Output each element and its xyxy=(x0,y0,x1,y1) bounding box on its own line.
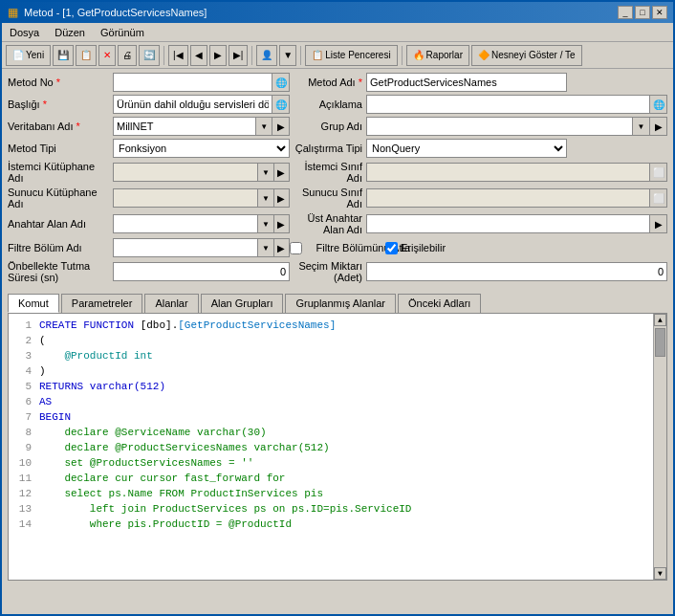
veritabani-dropdown-btn[interactable]: ▼ xyxy=(256,117,273,136)
filtre-bolum-arrow[interactable]: ▶ xyxy=(274,238,290,257)
tab-gruplanmis[interactable]: Gruplanmış Alanlar xyxy=(285,294,396,313)
code-editor[interactable]: 1CREATE FUNCTION [dbo].[GetProductServic… xyxy=(8,313,667,581)
code-line: 12 select ps.Name FROM ProductInServices… xyxy=(12,486,663,501)
tab-parametreler[interactable]: Parametreler xyxy=(61,294,143,313)
nesneyi-button[interactable]: 🔶 Nesneyi Göster / Te xyxy=(471,45,582,66)
sunucu-kutuphane-dropdown[interactable]: ▼ xyxy=(258,188,273,208)
filtre-bolum-dropdown[interactable]: ▼ xyxy=(258,238,273,257)
anahtar-alan-arrow[interactable]: ▶ xyxy=(274,214,290,233)
istemci-sinif-btn[interactable]: ⬜ xyxy=(650,163,667,182)
tab-onceki[interactable]: Önceki Adları xyxy=(398,294,481,313)
tab-alan-gruplari[interactable]: Alan Grupları xyxy=(201,294,284,313)
code-token: ( xyxy=(39,333,46,348)
next-button[interactable]: ▶ xyxy=(209,45,227,66)
copy-button[interactable]: 📋 xyxy=(76,45,97,66)
title-bar: ▦ Metod - [1, GetProductServicesNames] _… xyxy=(2,2,673,23)
menu-duzen[interactable]: Düzen xyxy=(51,26,89,39)
veritabani-arrow-btn[interactable]: ▶ xyxy=(272,117,290,136)
toolbar: 📄 Yeni 💾 📋 ✕ 🖨 🔄 |◀ ◀ ▶ ▶| xyxy=(2,42,673,69)
filtre-bolum-label: Filtre Bölüm Adı xyxy=(8,242,82,253)
new-button[interactable]: 📄 Yeni xyxy=(6,45,51,66)
form-area: Metod No * 🌐 Metod Adı * Başlığı * 🌐 Açı… xyxy=(2,69,673,290)
copy-icon: 📋 xyxy=(80,50,92,60)
onbellekte-label: Önbellekte Tutma Süresi (sn) xyxy=(8,260,90,283)
line-number: 13 xyxy=(12,501,39,517)
liste-penceresi-button[interactable]: 📋 Liste Penceresi xyxy=(305,45,397,66)
line-number: 3 xyxy=(12,348,39,363)
calistirma-tipi-select[interactable]: NonQuery xyxy=(366,139,567,158)
print-button[interactable]: 🖨 xyxy=(118,45,137,66)
delete-button[interactable]: ✕ xyxy=(98,45,116,66)
line-number: 8 xyxy=(12,425,39,440)
metod-tipi-label: Metod Tipi xyxy=(8,143,56,154)
refresh-button[interactable]: 🔄 xyxy=(139,45,160,66)
filtre-bolum-input[interactable] xyxy=(113,238,258,257)
grup-adi-arrow-btn[interactable]: ▶ xyxy=(650,117,667,136)
ust-anahtar-input[interactable] xyxy=(366,214,650,233)
code-token: AS xyxy=(39,394,52,409)
anahtar-alan-input[interactable] xyxy=(113,214,258,233)
veritabani-input[interactable] xyxy=(113,117,256,136)
code-token: select ps.Name FROM ProductInServices pi… xyxy=(39,486,323,501)
tab-alanlar[interactable]: Alanlar xyxy=(144,294,198,313)
grup-adi-dropdown-btn[interactable]: ▼ xyxy=(633,117,650,136)
scroll-track[interactable] xyxy=(654,326,666,567)
scroll-down-btn[interactable]: ▼ xyxy=(654,567,666,580)
aciklama-globe-btn[interactable]: 🌐 xyxy=(650,95,667,114)
form-row-metod: Metod No * 🌐 Metod Adı * xyxy=(8,73,667,92)
istemci-kutuphane-dropdown[interactable]: ▼ xyxy=(258,163,273,182)
istemci-sinif-input[interactable] xyxy=(366,163,650,182)
save-button[interactable]: 💾 xyxy=(53,45,74,66)
prev-button[interactable]: ◀ xyxy=(190,45,207,66)
scrollbar-vertical[interactable]: ▲ ▼ xyxy=(653,314,666,580)
code-lines: 1CREATE FUNCTION [dbo].[GetProductServic… xyxy=(12,318,663,532)
raporlar-button[interactable]: 🔥 Raporlar xyxy=(406,45,469,66)
scroll-thumb[interactable] xyxy=(655,328,665,357)
erisilebilir-checkbox[interactable] xyxy=(385,242,398,254)
tab-komut[interactable]: Komut xyxy=(8,294,59,313)
next-icon: ▶ xyxy=(214,50,222,60)
scroll-up-btn[interactable]: ▲ xyxy=(654,314,666,326)
code-line: 10 set @ProductServicesNames = '' xyxy=(12,455,663,471)
code-line: 14 where pis.ProductID = @ProductId xyxy=(12,517,663,532)
istemci-kutuphane-input[interactable] xyxy=(113,163,258,182)
code-line: 1CREATE FUNCTION [dbo].[GetProductServic… xyxy=(12,318,663,333)
dropdown-arrow-button[interactable]: ▼ xyxy=(279,45,296,66)
baslik-input[interactable] xyxy=(113,95,272,114)
metod-adi-input[interactable] xyxy=(366,73,567,92)
onbellekte-input[interactable] xyxy=(113,262,290,281)
istemci-kutuphane-arrow[interactable]: ▶ xyxy=(274,163,290,182)
baslik-globe-btn[interactable]: 🌐 xyxy=(272,95,290,114)
aciklama-input[interactable] xyxy=(366,95,650,114)
sunucu-sinif-btn[interactable]: ⬜ xyxy=(650,188,667,208)
ust-anahtar-arrow[interactable]: ▶ xyxy=(650,214,667,233)
minimize-button[interactable]: _ xyxy=(618,6,633,19)
code-token: @ProductId int xyxy=(39,348,153,363)
code-token: declare @ServiceName varchar(30) xyxy=(39,425,267,440)
sunucu-kutuphane-input[interactable] xyxy=(113,188,258,208)
calistirma-tipi-label: Çalıştırma Tipi xyxy=(295,143,362,154)
secim-miktari-input[interactable] xyxy=(366,262,667,281)
maximize-button[interactable]: □ xyxy=(635,6,650,19)
user-button[interactable]: 👤 xyxy=(256,45,277,66)
menu-dosya[interactable]: Dosya xyxy=(6,26,43,39)
anahtar-alan-dropdown[interactable]: ▼ xyxy=(258,214,273,233)
sunucu-sinif-input[interactable] xyxy=(366,188,650,208)
code-line: 13 left join ProductServices ps on ps.ID… xyxy=(12,501,663,517)
metod-tipi-select[interactable]: Fonksiyon xyxy=(113,139,290,158)
first-button[interactable]: |◀ xyxy=(168,45,188,66)
menu-gorunum[interactable]: Görünüm xyxy=(97,26,148,39)
ust-anahtar-label: Üst Anahtar Alan Adı xyxy=(308,212,362,235)
code-token: [dbo]. xyxy=(141,318,179,333)
sunucu-kutuphane-arrow[interactable]: ▶ xyxy=(274,188,290,208)
aciklama-label: Açıklama xyxy=(319,99,362,110)
metod-no-input[interactable] xyxy=(113,73,272,92)
line-number: 9 xyxy=(12,440,39,455)
metod-no-extra-btn[interactable]: 🌐 xyxy=(272,73,290,92)
grup-adi-input[interactable] xyxy=(366,117,633,136)
close-button[interactable]: ✕ xyxy=(652,6,667,19)
title-controls: _ □ ✕ xyxy=(618,6,667,19)
filtre-atlama-checkbox[interactable] xyxy=(290,242,302,254)
last-button[interactable]: ▶| xyxy=(229,45,249,66)
line-number: 6 xyxy=(12,394,39,409)
